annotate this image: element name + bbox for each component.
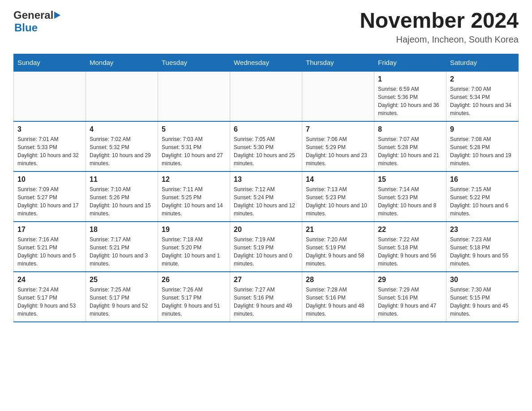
calendar-day-cell: 19Sunrise: 7:18 AMSunset: 5:20 PMDayligh… bbox=[158, 222, 230, 272]
calendar-day-cell: 5Sunrise: 7:03 AMSunset: 5:31 PMDaylight… bbox=[158, 121, 230, 171]
calendar-day-cell: 28Sunrise: 7:28 AMSunset: 5:16 PMDayligh… bbox=[302, 272, 374, 322]
day-info: Sunrise: 7:17 AMSunset: 5:21 PMDaylight:… bbox=[90, 235, 154, 268]
calendar-day-cell: 16Sunrise: 7:15 AMSunset: 5:22 PMDayligh… bbox=[446, 171, 519, 222]
day-number: 13 bbox=[234, 176, 298, 184]
calendar-day-cell: 29Sunrise: 7:29 AMSunset: 5:16 PMDayligh… bbox=[374, 272, 446, 322]
day-number: 28 bbox=[306, 276, 370, 284]
calendar-day-cell: 23Sunrise: 7:23 AMSunset: 5:18 PMDayligh… bbox=[446, 222, 519, 272]
calendar-day-cell: 4Sunrise: 7:02 AMSunset: 5:32 PMDaylight… bbox=[86, 121, 158, 171]
calendar-day-cell bbox=[14, 71, 86, 121]
day-number: 7 bbox=[306, 125, 370, 133]
calendar-day-header: Thursday bbox=[302, 54, 374, 71]
calendar-day-cell: 25Sunrise: 7:25 AMSunset: 5:17 PMDayligh… bbox=[86, 272, 158, 322]
calendar-day-cell: 17Sunrise: 7:16 AMSunset: 5:21 PMDayligh… bbox=[14, 222, 86, 272]
calendar-day-header: Sunday bbox=[14, 54, 86, 71]
logo-general-text: General bbox=[13, 9, 53, 21]
day-number: 5 bbox=[162, 125, 226, 133]
calendar-day-cell: 13Sunrise: 7:12 AMSunset: 5:24 PMDayligh… bbox=[230, 171, 302, 222]
calendar-day-cell: 24Sunrise: 7:24 AMSunset: 5:17 PMDayligh… bbox=[14, 272, 86, 322]
day-info: Sunrise: 7:16 AMSunset: 5:21 PMDaylight:… bbox=[17, 235, 82, 268]
page-header: General Blue November 2024 Hajeom, Inche… bbox=[13, 9, 519, 45]
day-number: 16 bbox=[450, 176, 515, 184]
day-info: Sunrise: 7:27 AMSunset: 5:16 PMDaylight:… bbox=[234, 286, 298, 318]
calendar-day-cell bbox=[86, 71, 158, 121]
day-number: 20 bbox=[234, 226, 298, 234]
calendar-day-cell: 8Sunrise: 7:07 AMSunset: 5:28 PMDaylight… bbox=[374, 121, 446, 171]
calendar-day-cell: 15Sunrise: 7:14 AMSunset: 5:23 PMDayligh… bbox=[374, 171, 446, 222]
day-info: Sunrise: 7:18 AMSunset: 5:20 PMDaylight:… bbox=[162, 235, 226, 268]
calendar-day-cell bbox=[302, 71, 374, 121]
calendar-week-row: 1Sunrise: 6:59 AMSunset: 5:36 PMDaylight… bbox=[14, 71, 519, 121]
day-info: Sunrise: 7:08 AMSunset: 5:28 PMDaylight:… bbox=[450, 135, 515, 167]
calendar-day-header: Monday bbox=[86, 54, 158, 71]
calendar-day-header: Wednesday bbox=[230, 54, 302, 71]
calendar-week-row: 3Sunrise: 7:01 AMSunset: 5:33 PMDaylight… bbox=[14, 121, 519, 171]
day-number: 6 bbox=[234, 125, 298, 133]
calendar-table: SundayMondayTuesdayWednesdayThursdayFrid… bbox=[13, 54, 519, 322]
day-info: Sunrise: 7:19 AMSunset: 5:19 PMDaylight:… bbox=[234, 235, 298, 268]
day-number: 25 bbox=[90, 276, 154, 284]
calendar-week-row: 17Sunrise: 7:16 AMSunset: 5:21 PMDayligh… bbox=[14, 222, 519, 272]
calendar-day-header: Tuesday bbox=[158, 54, 230, 71]
calendar-day-cell: 14Sunrise: 7:13 AMSunset: 5:23 PMDayligh… bbox=[302, 171, 374, 222]
day-number: 11 bbox=[90, 176, 154, 184]
calendar-day-cell: 11Sunrise: 7:10 AMSunset: 5:26 PMDayligh… bbox=[86, 171, 158, 222]
day-info: Sunrise: 7:03 AMSunset: 5:31 PMDaylight:… bbox=[162, 135, 226, 167]
calendar-day-cell: 12Sunrise: 7:11 AMSunset: 5:25 PMDayligh… bbox=[158, 171, 230, 222]
day-number: 23 bbox=[450, 226, 515, 234]
day-info: Sunrise: 7:13 AMSunset: 5:23 PMDaylight:… bbox=[306, 185, 370, 218]
day-info: Sunrise: 7:12 AMSunset: 5:24 PMDaylight:… bbox=[234, 185, 298, 218]
day-info: Sunrise: 7:26 AMSunset: 5:17 PMDaylight:… bbox=[162, 286, 226, 318]
day-number: 21 bbox=[306, 226, 370, 234]
day-number: 15 bbox=[378, 176, 442, 184]
month-title: November 2024 bbox=[360, 9, 519, 33]
day-number: 30 bbox=[450, 276, 515, 284]
day-number: 3 bbox=[17, 125, 82, 133]
day-info: Sunrise: 7:14 AMSunset: 5:23 PMDaylight:… bbox=[378, 185, 442, 218]
day-number: 24 bbox=[17, 276, 82, 284]
calendar-day-cell bbox=[158, 71, 230, 121]
calendar-day-cell: 9Sunrise: 7:08 AMSunset: 5:28 PMDaylight… bbox=[446, 121, 519, 171]
logo-arrow-icon bbox=[54, 12, 60, 19]
day-info: Sunrise: 6:59 AMSunset: 5:36 PMDaylight:… bbox=[378, 85, 442, 117]
calendar-day-cell: 21Sunrise: 7:20 AMSunset: 5:19 PMDayligh… bbox=[302, 222, 374, 272]
logo: General Blue bbox=[13, 9, 60, 34]
location-text: Hajeom, Incheon, South Korea bbox=[360, 34, 519, 45]
calendar-header-row: SundayMondayTuesdayWednesdayThursdayFrid… bbox=[14, 54, 519, 71]
day-number: 2 bbox=[450, 75, 515, 83]
day-number: 4 bbox=[90, 125, 154, 133]
day-info: Sunrise: 7:10 AMSunset: 5:26 PMDaylight:… bbox=[90, 185, 154, 218]
day-info: Sunrise: 7:22 AMSunset: 5:18 PMDaylight:… bbox=[378, 235, 442, 268]
day-info: Sunrise: 7:28 AMSunset: 5:16 PMDaylight:… bbox=[306, 286, 370, 318]
day-number: 29 bbox=[378, 276, 442, 284]
calendar-week-row: 24Sunrise: 7:24 AMSunset: 5:17 PMDayligh… bbox=[14, 272, 519, 322]
calendar-day-cell: 10Sunrise: 7:09 AMSunset: 5:27 PMDayligh… bbox=[14, 171, 86, 222]
day-number: 12 bbox=[162, 176, 226, 184]
day-info: Sunrise: 7:25 AMSunset: 5:17 PMDaylight:… bbox=[90, 286, 154, 318]
day-info: Sunrise: 7:01 AMSunset: 5:33 PMDaylight:… bbox=[17, 135, 82, 167]
calendar-day-cell: 30Sunrise: 7:30 AMSunset: 5:15 PMDayligh… bbox=[446, 272, 519, 322]
calendar-day-cell: 6Sunrise: 7:05 AMSunset: 5:30 PMDaylight… bbox=[230, 121, 302, 171]
day-number: 26 bbox=[162, 276, 226, 284]
day-number: 22 bbox=[378, 226, 442, 234]
day-info: Sunrise: 7:30 AMSunset: 5:15 PMDaylight:… bbox=[450, 286, 515, 318]
logo-blue-text: Blue bbox=[14, 21, 38, 34]
day-info: Sunrise: 7:05 AMSunset: 5:30 PMDaylight:… bbox=[234, 135, 298, 167]
day-number: 10 bbox=[17, 176, 82, 184]
calendar-week-row: 10Sunrise: 7:09 AMSunset: 5:27 PMDayligh… bbox=[14, 171, 519, 222]
calendar-day-cell: 26Sunrise: 7:26 AMSunset: 5:17 PMDayligh… bbox=[158, 272, 230, 322]
calendar-day-header: Friday bbox=[374, 54, 446, 71]
calendar-day-header: Saturday bbox=[446, 54, 519, 71]
day-number: 9 bbox=[450, 125, 515, 133]
calendar-day-cell: 1Sunrise: 6:59 AMSunset: 5:36 PMDaylight… bbox=[374, 71, 446, 121]
day-info: Sunrise: 7:09 AMSunset: 5:27 PMDaylight:… bbox=[17, 185, 82, 218]
calendar-day-cell: 18Sunrise: 7:17 AMSunset: 5:21 PMDayligh… bbox=[86, 222, 158, 272]
day-number: 18 bbox=[90, 226, 154, 234]
day-info: Sunrise: 7:24 AMSunset: 5:17 PMDaylight:… bbox=[17, 286, 82, 318]
day-info: Sunrise: 7:00 AMSunset: 5:34 PMDaylight:… bbox=[450, 85, 515, 117]
calendar-day-cell: 3Sunrise: 7:01 AMSunset: 5:33 PMDaylight… bbox=[14, 121, 86, 171]
day-info: Sunrise: 7:29 AMSunset: 5:16 PMDaylight:… bbox=[378, 286, 442, 318]
day-info: Sunrise: 7:20 AMSunset: 5:19 PMDaylight:… bbox=[306, 235, 370, 268]
day-number: 17 bbox=[17, 226, 82, 234]
day-info: Sunrise: 7:15 AMSunset: 5:22 PMDaylight:… bbox=[450, 185, 515, 218]
